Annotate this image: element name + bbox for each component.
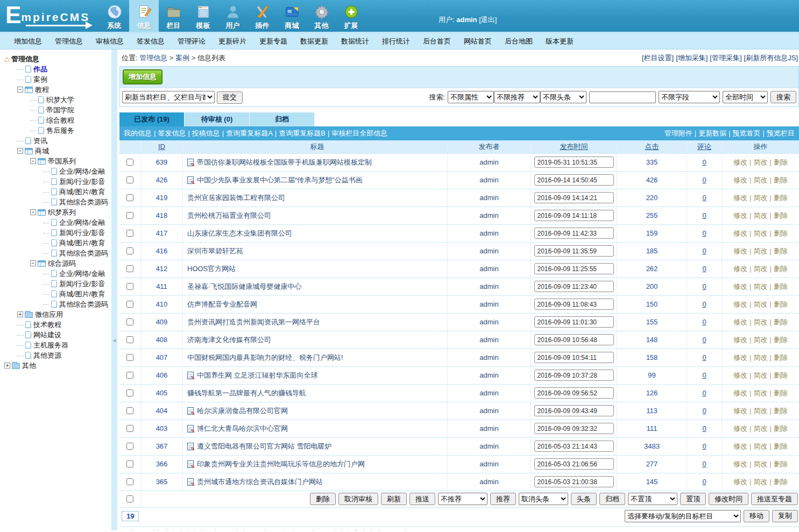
linkbar-link[interactable]: 更新数据 (698, 129, 726, 137)
recommend-filter-select[interactable]: 不限推荐 (494, 91, 540, 103)
row-checkbox[interactable] (126, 212, 133, 219)
row-time-input[interactable] (534, 352, 614, 363)
row-edit-link[interactable]: 修改 (733, 264, 747, 274)
row-title-link[interactable]: 圣禄嘉·飞悦国际健康城母婴健康中心 (187, 282, 301, 292)
header-action-link[interactable]: [栏目设置] (642, 54, 674, 62)
row-time-input[interactable] (534, 441, 614, 452)
tree-toggle-icon[interactable]: + (17, 311, 23, 317)
headline-cancel-select[interactable]: 取消头条 (519, 493, 568, 505)
tab[interactable]: 已发布 (19) (119, 112, 185, 126)
row-title-link[interactable]: 中国养生网 立足浙江辐射华东面向全球 (197, 371, 318, 380)
tree-toggle-icon[interactable]: − (30, 209, 36, 215)
row-edit-link[interactable]: 修改 (733, 246, 747, 256)
sidebar-tree-item[interactable]: + 其他 (3, 360, 111, 371)
sidebar-tree-item[interactable]: 其他资源 (3, 350, 111, 360)
row-checkbox[interactable] (126, 336, 133, 343)
row-title-link[interactable]: 中国财税网国内最具影响力的财经、税务门户网站! (187, 353, 343, 363)
modify-time-button[interactable]: 修改时间 (709, 493, 748, 505)
menubar-item[interactable]: 更新专题 (253, 37, 294, 46)
sidebar-tree-item[interactable]: 企业/网络/金融 (3, 268, 111, 279)
menubar-item[interactable]: 版本更新 (539, 37, 580, 46)
headline-button[interactable]: 头条 (571, 493, 597, 505)
row-time-input[interactable] (534, 334, 614, 345)
sidebar-tree-item[interactable]: 其他综合类源码 (3, 299, 111, 309)
linkbar-link[interactable]: 我的信息 (124, 129, 152, 137)
refresh-button[interactable]: 刷新 (381, 493, 407, 505)
sidebar-tree-item[interactable]: 织梦大学 (3, 95, 111, 105)
row-comments-link[interactable]: 0 (702, 265, 706, 273)
row-delete-link[interactable]: 删除 (774, 335, 788, 345)
top-nav-item[interactable]: 栏目 (159, 0, 188, 32)
row-time-input[interactable] (534, 192, 614, 203)
sidebar-tree-item[interactable]: 新闻/行业/影音 (3, 228, 111, 238)
row-id-link[interactable]: 412 (156, 265, 168, 273)
row-comments-link[interactable]: 0 (702, 407, 706, 415)
row-edit-link[interactable]: 修改 (733, 158, 747, 167)
row-id-link[interactable]: 410 (156, 300, 168, 308)
menubar-item[interactable]: 管理信息 (48, 37, 89, 46)
sidebar-tree-item[interactable]: 综合教程 (3, 115, 111, 125)
row-id-link[interactable]: 408 (156, 336, 168, 344)
row-checkbox[interactable] (126, 301, 133, 308)
row-id-link[interactable]: 419 (156, 194, 168, 202)
menubar-item[interactable]: 增加信息 (8, 37, 48, 46)
row-title-link[interactable]: 贵州松桃万福置业有限公司 (187, 211, 271, 221)
row-comments-link[interactable]: 0 (702, 282, 706, 290)
row-edit-link[interactable]: 修改 (733, 211, 747, 221)
row-checkbox[interactable] (126, 354, 133, 361)
row-edit-link[interactable]: 修改 (733, 175, 747, 185)
row-edit-link[interactable]: 修改 (733, 282, 747, 292)
sidebar-tree-item[interactable]: 主机服务器 (3, 340, 111, 350)
row-title-link[interactable]: 济南海津文化传媒有限公司 (187, 335, 271, 345)
row-id-link[interactable]: 407 (156, 353, 168, 361)
tree-toggle-icon[interactable]: − (30, 158, 36, 164)
breadcrumb-link[interactable]: 案例 (175, 54, 189, 62)
sidebar-tree-item[interactable]: 案例 (3, 74, 111, 84)
row-id-link[interactable]: 426 (156, 176, 168, 184)
row-id-link[interactable]: 418 (156, 211, 168, 219)
menubar-item[interactable]: 数据统计 (335, 37, 376, 46)
row-comments-link[interactable]: 0 (702, 247, 706, 255)
row-time-input[interactable] (534, 157, 614, 168)
row-delete-link[interactable]: 删除 (774, 388, 788, 398)
untop-select[interactable]: 不置顶 (628, 493, 677, 505)
row-comments-link[interactable]: 0 (702, 194, 706, 202)
row-id-link[interactable]: 366 (156, 460, 168, 468)
row-comments-link[interactable]: 0 (702, 371, 706, 379)
row-delete-link[interactable]: 删除 (774, 158, 788, 167)
sidebar-tree-item[interactable]: 企业/网络/金融 (3, 217, 111, 228)
row-time-input[interactable] (534, 245, 614, 257)
attribute-filter-select[interactable]: 不限属性 (448, 91, 494, 103)
row-time-input[interactable] (534, 228, 614, 239)
row-title-link[interactable]: 印象贵州网专业关注贵州吃喝玩乐等信息的地方门户网 (197, 459, 365, 469)
row-comments-link[interactable]: 0 (702, 300, 706, 308)
row-comments-link[interactable]: 0 (702, 176, 706, 184)
row-delete-link[interactable]: 删除 (774, 406, 788, 416)
row-checkbox[interactable] (126, 247, 133, 254)
row-edit-link[interactable]: 修改 (733, 371, 747, 380)
row-delete-link[interactable]: 删除 (774, 282, 788, 292)
row-edit-link[interactable]: 修改 (733, 300, 747, 309)
keyword-input[interactable] (589, 91, 656, 103)
copy-button[interactable]: 复制 (772, 510, 798, 522)
tab[interactable]: 待审核 (0) (185, 112, 250, 126)
row-checkbox[interactable] (126, 159, 133, 166)
headline-filter-select[interactable]: 不限头条 (540, 91, 586, 103)
row-delete-link[interactable]: 删除 (774, 193, 788, 203)
row-time-input[interactable] (534, 281, 614, 292)
sidebar-tree-item[interactable]: + 微信应用 (3, 309, 111, 320)
linkbar-link[interactable]: 预览首页 (733, 129, 761, 137)
row-id-link[interactable]: 403 (156, 424, 168, 432)
row-comments-link[interactable]: 0 (702, 318, 706, 326)
select-all-checkbox[interactable] (126, 495, 133, 502)
sidebar-splitter[interactable]: ◄ (111, 49, 117, 530)
row-quickedit-link[interactable]: 简改 (754, 477, 768, 487)
submit-button[interactable]: 提交 (217, 91, 243, 104)
row-comments-link[interactable]: 0 (702, 460, 706, 468)
row-title-link[interactable]: 贵州资讯网打造贵州新闻资讯第一网络平台 (187, 317, 320, 327)
row-edit-link[interactable]: 修改 (733, 193, 747, 203)
row-edit-link[interactable]: 修改 (733, 388, 747, 398)
row-edit-link[interactable]: 修改 (733, 406, 747, 416)
menubar-item[interactable]: 网站首页 (457, 37, 498, 46)
sidebar-tree-item[interactable]: 商城/图片/教育 (3, 289, 111, 299)
